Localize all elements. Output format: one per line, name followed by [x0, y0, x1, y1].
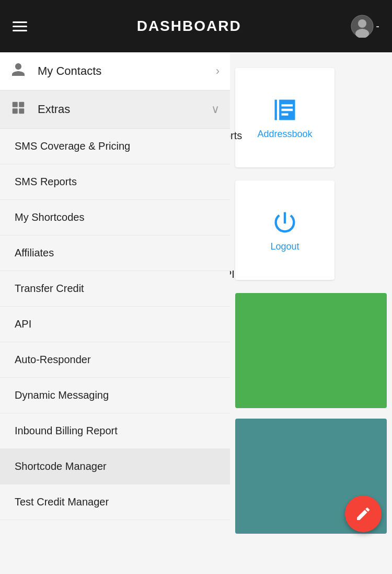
dynamic-messaging-label: Dynamic Messaging — [15, 389, 109, 401]
sidebar-item-test-credit[interactable]: Test Credit Manager — [0, 485, 230, 520]
svg-rect-6 — [19, 108, 24, 114]
person-icon — [10, 62, 29, 81]
chevron-right-icon: › — [216, 64, 220, 78]
sidebar-item-auto-responder[interactable]: Auto-Responder — [0, 342, 230, 378]
sidebar-item-dynamic-messaging[interactable]: Dynamic Messaging — [0, 378, 230, 413]
affiliates-label: Affiliates — [15, 247, 54, 259]
logout-card[interactable]: Logout — [235, 181, 335, 280]
chevron-down-icon: ∨ — [211, 103, 220, 116]
hamburger-button[interactable] — [13, 21, 27, 31]
svg-point-1 — [358, 19, 366, 28]
api-label: API — [15, 318, 31, 330]
sidebar: My Contacts › Extras ∨ SMS Coverage & Pr… — [0, 52, 230, 574]
power-icon — [271, 209, 298, 236]
shortcode-manager-label: Shortcode Manager — [15, 460, 107, 472]
svg-rect-3 — [13, 102, 18, 107]
sidebar-item-transfer-credit[interactable]: Transfer Credit — [0, 271, 230, 307]
sidebar-item-affiliates[interactable]: Affiliates — [0, 235, 230, 271]
auto-responder-label: Auto-Responder — [15, 354, 91, 366]
sidebar-item-extras[interactable]: Extras ∨ — [0, 91, 230, 129]
fab-edit-button[interactable] — [345, 496, 382, 532]
sms-reports-label: SMS Reports — [15, 176, 77, 188]
sidebar-item-sms-reports[interactable]: SMS Reports — [0, 164, 230, 200]
sidebar-item-api[interactable]: API — [0, 307, 230, 342]
addressbook-label: Addressbook — [257, 129, 312, 140]
header: DASHBOARD - — [0, 0, 392, 52]
user-dash: - — [376, 20, 379, 32]
main-content: Addressbook orts Logout PI — [230, 52, 392, 574]
sidebar-item-my-shortcodes[interactable]: My Shortcodes — [0, 200, 230, 235]
my-shortcodes-label: My Shortcodes — [15, 211, 84, 223]
edit-icon — [355, 505, 372, 522]
my-contacts-label: My Contacts — [38, 64, 216, 78]
user-avatar-icon — [351, 15, 374, 38]
sidebar-item-shortcode-manager[interactable]: Shortcode Manager — [0, 449, 230, 485]
sidebar-item-my-contacts[interactable]: My Contacts › — [0, 52, 230, 91]
sidebar-item-sms-coverage[interactable]: SMS Coverage & Pricing — [0, 129, 230, 164]
extras-label: Extras — [38, 103, 211, 116]
page-title: DASHBOARD — [137, 18, 241, 35]
transfer-credit-label: Transfer Credit — [15, 283, 84, 295]
addressbook-icon — [271, 96, 298, 123]
svg-rect-5 — [13, 108, 18, 114]
user-menu[interactable]: - — [351, 15, 379, 38]
test-credit-label: Test Credit Manager — [15, 496, 109, 508]
green-block — [235, 293, 387, 408]
grid-icon — [10, 100, 29, 119]
logout-label: Logout — [270, 241, 299, 252]
svg-rect-4 — [19, 102, 24, 107]
addressbook-card[interactable]: Addressbook — [235, 68, 335, 167]
sidebar-item-inbound-billing[interactable]: Inbound Billing Report — [0, 413, 230, 449]
sms-coverage-label: SMS Coverage & Pricing — [15, 140, 130, 152]
inbound-billing-label: Inbound Billing Report — [15, 425, 118, 437]
